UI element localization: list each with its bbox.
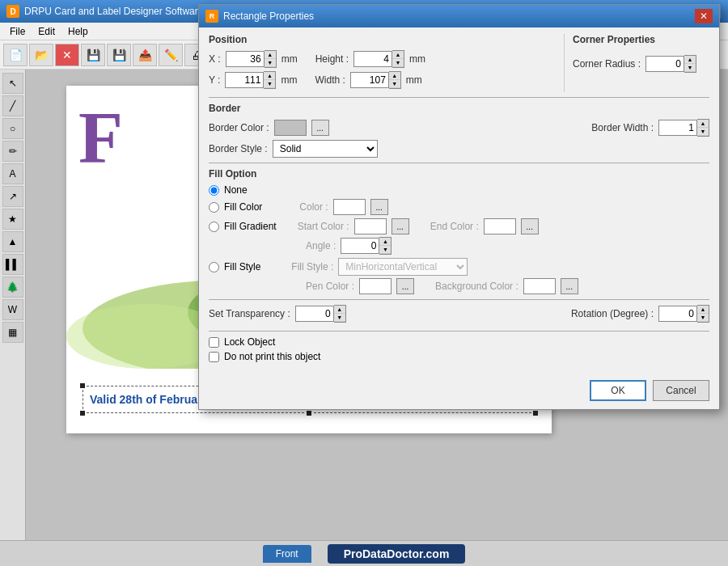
end-color-label: End Color : bbox=[430, 221, 479, 232]
transparency-down[interactable]: ▼ bbox=[334, 314, 345, 322]
fill-style-field-label: Fill Style : bbox=[291, 261, 333, 272]
fill-style-main-row: Fill Style Fill Style : MinHorizontalVer… bbox=[209, 258, 709, 276]
fill-none-label: None bbox=[224, 184, 248, 196]
angle-input[interactable]: ▲▼ bbox=[341, 237, 392, 255]
x-input[interactable]: ▲▼ bbox=[226, 50, 277, 68]
width-label: Width : bbox=[315, 74, 345, 86]
start-color-label: Start Color : bbox=[298, 221, 349, 232]
border-color-label: Border Color : bbox=[209, 122, 269, 133]
fill-label: Fill Option bbox=[209, 168, 709, 180]
radius-up[interactable]: ▲ bbox=[684, 56, 696, 64]
dialog-overlay: R Rectangle Properties ✕ Position X : ▲▼ bbox=[0, 0, 728, 566]
start-color-swatch bbox=[354, 218, 387, 234]
x-label: X : bbox=[209, 53, 221, 65]
border-section: Border Border Color : ... Border Width :… bbox=[209, 103, 709, 158]
fill-gradient-radio[interactable] bbox=[209, 222, 219, 232]
no-print-label: Do not print this object bbox=[224, 351, 320, 362]
height-unit: mm bbox=[409, 53, 425, 65]
fill-color-row: Fill Color Color : ... bbox=[209, 199, 709, 215]
y-row: Y : ▲▼ mm Width : ▲▼ mm bbox=[209, 71, 556, 89]
border-style-row: Border Style : Solid Dashed Dotted Doubl… bbox=[209, 140, 709, 158]
dialog-body: Position X : ▲▼ mm Height : ▲▼ bbox=[199, 27, 719, 375]
height-down[interactable]: ▼ bbox=[392, 59, 404, 67]
rotation-down[interactable]: ▼ bbox=[697, 314, 709, 322]
end-color-picker-btn[interactable]: ... bbox=[521, 218, 539, 234]
fill-gradient-section: Fill Gradient Start Color : ... End Colo… bbox=[209, 218, 709, 255]
position-corner-section: Position X : ▲▼ mm Height : ▲▼ bbox=[209, 34, 709, 92]
end-color-swatch bbox=[484, 218, 516, 234]
fill-style-radio[interactable] bbox=[209, 262, 219, 272]
transparency-rotation-row: Set Transparency : ▲▼ Rotation (Degree) … bbox=[209, 305, 709, 326]
fill-none-radio[interactable] bbox=[209, 185, 219, 196]
border-width-label: Border Width : bbox=[591, 122, 654, 133]
height-input[interactable]: ▲▼ bbox=[353, 50, 404, 68]
fill-none-row: None bbox=[209, 184, 709, 196]
angle-down[interactable]: ▼ bbox=[379, 246, 391, 254]
cancel-button[interactable]: Cancel bbox=[653, 380, 709, 401]
no-print-checkbox[interactable] bbox=[209, 352, 219, 362]
y-unit: mm bbox=[281, 74, 297, 86]
lock-label: Lock Object bbox=[224, 336, 275, 348]
x-down[interactable]: ▼ bbox=[265, 59, 276, 67]
corner-label: Corner Properties bbox=[573, 34, 709, 45]
ok-button[interactable]: OK bbox=[590, 380, 646, 401]
fill-style-section: Fill Style Fill Style : MinHorizontalVer… bbox=[209, 258, 709, 294]
position-label: Position bbox=[209, 34, 556, 45]
bg-color-label: Background Color : bbox=[435, 281, 518, 292]
y-input[interactable]: ▲▼ bbox=[225, 71, 276, 89]
x-unit: mm bbox=[281, 53, 298, 65]
lock-row: Lock Object bbox=[209, 336, 709, 348]
transparency-row: Set Transparency : ▲▼ bbox=[209, 305, 346, 323]
fill-color-picker-btn[interactable]: ... bbox=[370, 199, 388, 215]
fill-gradient-label: Fill Gradient bbox=[224, 221, 277, 232]
rectangle-properties-dialog: R Rectangle Properties ✕ Position X : ▲▼ bbox=[198, 4, 720, 410]
border-width-down[interactable]: ▼ bbox=[697, 128, 709, 136]
angle-row: Angle : ▲▼ bbox=[306, 237, 709, 255]
divider-3 bbox=[209, 299, 709, 300]
radius-input[interactable]: ▲▼ bbox=[645, 55, 696, 73]
fill-style-select[interactable]: MinHorizontalVertical bbox=[338, 258, 468, 276]
border-width-up[interactable]: ▲ bbox=[697, 120, 709, 128]
dialog-titlebar: R Rectangle Properties ✕ bbox=[199, 5, 719, 27]
border-style-select[interactable]: Solid Dashed Dotted Double bbox=[273, 140, 378, 158]
radius-down[interactable]: ▼ bbox=[684, 64, 696, 72]
border-width-row: Border Width : ▲▼ bbox=[591, 119, 709, 137]
dialog-footer: OK Cancel bbox=[199, 375, 719, 409]
fill-color-radio[interactable] bbox=[209, 202, 219, 213]
border-row: Border Color : ... Border Width : ▲▼ bbox=[209, 119, 709, 140]
bg-color-picker-btn[interactable]: ... bbox=[561, 278, 578, 294]
pen-color-swatch bbox=[359, 278, 392, 294]
position-section: Position X : ▲▼ mm Height : ▲▼ bbox=[209, 34, 556, 92]
border-color-swatch bbox=[274, 120, 307, 136]
dialog-title: Rectangle Properties bbox=[223, 11, 695, 22]
y-down[interactable]: ▼ bbox=[264, 80, 275, 88]
width-up[interactable]: ▲ bbox=[389, 72, 400, 80]
width-unit: mm bbox=[406, 74, 422, 86]
lock-checkbox[interactable] bbox=[209, 337, 219, 348]
pen-bg-row: Pen Color : ... Background Color : ... bbox=[306, 278, 709, 294]
corner-section: Corner Properties Corner Radius : ▲▼ bbox=[564, 34, 709, 92]
no-print-row: Do not print this object bbox=[209, 351, 709, 362]
fill-gradient-row: Fill Gradient Start Color : ... End Colo… bbox=[209, 218, 709, 234]
start-color-picker-btn[interactable]: ... bbox=[392, 218, 409, 234]
height-label: Height : bbox=[315, 53, 349, 65]
width-down[interactable]: ▼ bbox=[389, 80, 400, 88]
height-up[interactable]: ▲ bbox=[392, 51, 404, 59]
pen-color-picker-btn[interactable]: ... bbox=[396, 278, 414, 294]
y-up[interactable]: ▲ bbox=[264, 72, 275, 80]
transparency-up[interactable]: ▲ bbox=[334, 306, 345, 314]
dialog-close-button[interactable]: ✕ bbox=[695, 9, 713, 23]
border-width-input[interactable]: ▲▼ bbox=[658, 119, 709, 137]
color-label: Color : bbox=[299, 201, 328, 213]
rotation-up[interactable]: ▲ bbox=[697, 306, 709, 314]
fill-section: Fill Option None Fill Color Color : ... bbox=[209, 168, 709, 294]
width-input[interactable]: ▲▼ bbox=[350, 71, 401, 89]
radius-label: Corner Radius : bbox=[573, 58, 641, 70]
rotation-input[interactable]: ▲▼ bbox=[658, 305, 709, 323]
x-up[interactable]: ▲ bbox=[265, 51, 276, 59]
border-color-picker-btn[interactable]: ... bbox=[311, 120, 329, 136]
angle-up[interactable]: ▲ bbox=[379, 238, 391, 246]
border-color-row: Border Color : ... bbox=[209, 120, 329, 136]
dialog-icon: R bbox=[205, 10, 218, 23]
transparency-input[interactable]: ▲▼ bbox=[295, 305, 346, 323]
